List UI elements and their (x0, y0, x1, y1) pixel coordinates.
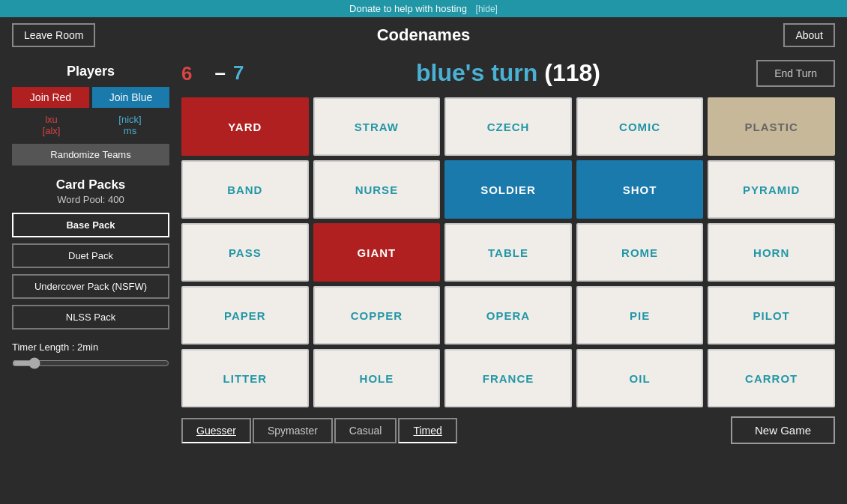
spymaster-tab[interactable]: Spymaster (253, 418, 333, 443)
timer-slider[interactable] (12, 357, 169, 369)
duet-pack-button[interactable]: Duet Pack (12, 243, 169, 268)
join-red-button[interactable]: Join Red (12, 87, 89, 108)
header: Leave Room Codenames About (0, 17, 847, 53)
nlss-pack-button[interactable]: NLSS Pack (12, 305, 169, 330)
timed-tab[interactable]: Timed (398, 418, 456, 443)
blue-score: 7 (233, 61, 244, 85)
card-soldier[interactable]: SOLDIER (444, 160, 572, 219)
donate-bar: Donate to help with hosting [hide] (0, 0, 847, 17)
card-pilot[interactable]: PILOT (708, 286, 835, 344)
player-nick: [nick] (91, 114, 169, 125)
card-hole[interactable]: HOLE (313, 349, 441, 407)
card-copper[interactable]: COPPER (313, 286, 441, 344)
end-turn-button[interactable]: End Turn (756, 60, 835, 87)
base-pack-button[interactable]: Base Pack (12, 213, 169, 237)
card-paper[interactable]: PAPER (181, 286, 309, 344)
team-buttons: Join Red Join Blue (12, 87, 169, 108)
card-pyramid[interactable]: PYRAMID (708, 160, 835, 219)
card-packs-title: Card Packs (12, 177, 169, 192)
timer-label: Timer Length : 2min (12, 341, 169, 353)
randomize-teams-button[interactable]: Randomize Teams (12, 144, 169, 166)
card-rome[interactable]: ROME (576, 223, 704, 282)
app-title: Codenames (377, 25, 471, 45)
card-yard[interactable]: YARD (181, 97, 309, 156)
card-horn[interactable]: HORN (708, 223, 835, 282)
card-grid: YARDSTRAWCZECHCOMICPLASTICBANDNURSESOLDI… (181, 97, 835, 407)
card-litter[interactable]: LITTER (181, 349, 309, 407)
bottom-row: Guesser Spymaster Casual Timed New Game (181, 416, 835, 444)
player-alx: [alx] (12, 125, 91, 136)
card-nurse[interactable]: NURSE (313, 160, 441, 219)
casual-tab[interactable]: Casual (334, 418, 397, 443)
game-area: 6 – 7 blue's turn (118) End Turn YARDSTR… (181, 59, 835, 444)
leave-room-button[interactable]: Leave Room (12, 23, 95, 47)
card-packs-section: Card Packs Word Pool: 400 Base Pack Duet… (12, 177, 169, 336)
turn-row: 6 – 7 blue's turn (118) End Turn (181, 59, 835, 87)
turn-timer: (118) (544, 59, 600, 86)
card-band[interactable]: BAND (181, 160, 309, 219)
card-carrot[interactable]: CARROT (708, 349, 835, 407)
new-game-button[interactable]: New Game (731, 416, 835, 444)
card-oil[interactable]: OIL (576, 349, 704, 407)
card-straw[interactable]: STRAW (313, 97, 441, 156)
card-france[interactable]: FRANCE (444, 349, 572, 407)
card-giant[interactable]: GIANT (313, 223, 441, 282)
players-grid: lxu [nick] [alx] ms (12, 114, 169, 136)
card-shot[interactable]: SHOT (576, 160, 704, 219)
donate-text: Donate to help with hosting (349, 3, 467, 14)
sidebar: Players Join Red Join Blue lxu [nick] [a… (12, 64, 169, 444)
score-display: 6 – 7 (181, 61, 244, 85)
card-comic[interactable]: COMIC (576, 97, 704, 156)
player-ms: ms (91, 125, 169, 136)
card-opera[interactable]: OPERA (444, 286, 572, 344)
card-czech[interactable]: CZECH (444, 97, 572, 156)
card-plastic[interactable]: PLASTIC (708, 97, 835, 156)
hide-link[interactable]: [hide] (476, 4, 498, 14)
timer-section: Timer Length : 2min (12, 341, 169, 372)
card-pass[interactable]: PASS (181, 223, 309, 282)
join-blue-button[interactable]: Join Blue (92, 87, 169, 108)
main-layout: Players Join Red Join Blue lxu [nick] [a… (0, 56, 847, 444)
mode-tabs: Guesser Spymaster Casual Timed (181, 418, 457, 443)
undercover-pack-button[interactable]: Undercover Pack (NSFW) (12, 274, 169, 299)
player-lxu: lxu (12, 114, 91, 125)
card-pie[interactable]: PIE (576, 286, 704, 344)
red-score: 6 (181, 64, 192, 83)
players-title: Players (12, 64, 169, 79)
turn-indicator: blue's turn (118) (416, 59, 600, 87)
word-pool-count: Word Pool: 400 (12, 194, 169, 205)
score-dash: – (214, 61, 225, 85)
about-button[interactable]: About (783, 23, 835, 47)
guesser-tab[interactable]: Guesser (181, 418, 251, 443)
card-table[interactable]: TABLE (444, 223, 572, 282)
